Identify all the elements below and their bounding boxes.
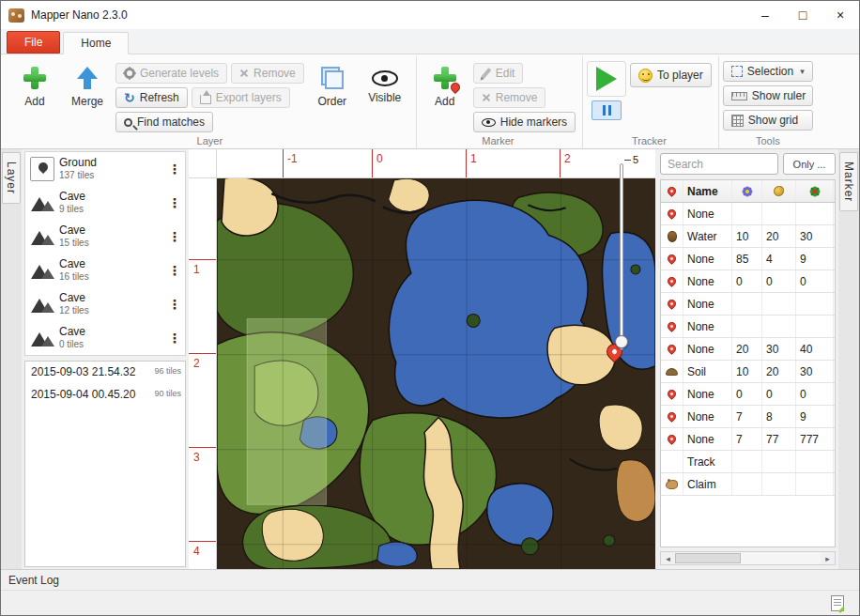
layer-menu-button[interactable]: ⋮ xyxy=(166,297,183,312)
find-matches-button[interactable]: Find matches xyxy=(115,112,213,132)
column-header-gold[interactable] xyxy=(762,180,796,202)
marker-value-3-cell xyxy=(796,473,834,495)
show-ruler-button[interactable]: Show ruler xyxy=(723,85,813,106)
marker-type-icon xyxy=(666,343,678,355)
marker-table-row[interactable]: None xyxy=(661,203,835,225)
marker-table-row[interactable]: Water 10 20 30 xyxy=(661,225,835,248)
zoom-slider-thumb[interactable] xyxy=(615,335,628,348)
layer-tile-count: 12 tiles xyxy=(59,305,89,316)
marker-value-2-cell: 20 xyxy=(762,225,796,247)
layer-list-item[interactable]: Cave 12 tiles ⋮ xyxy=(25,287,185,321)
layer-menu-button[interactable]: ⋮ xyxy=(166,263,183,278)
refresh-button[interactable]: ↻ Refresh xyxy=(115,87,188,108)
scrollbar-thumb[interactable] xyxy=(675,553,741,563)
ruler-icon xyxy=(731,92,747,100)
marker-table-row[interactable]: Claim xyxy=(661,473,835,496)
column-header-name[interactable]: Name xyxy=(683,180,732,202)
tools-group-label: Tools xyxy=(723,133,813,147)
marker-name-cell: None xyxy=(683,270,732,292)
marker-table-row[interactable]: None xyxy=(661,293,835,316)
layer-type-icon xyxy=(30,292,54,316)
layer-list-item[interactable]: Cave 0 tiles ⋮ xyxy=(25,321,185,355)
gear-icon xyxy=(124,68,135,79)
zoom-slider-track[interactable] xyxy=(620,163,623,350)
search-input[interactable] xyxy=(660,153,778,175)
hide-markers-button[interactable]: Hide markers xyxy=(473,112,576,132)
marker-type-icon xyxy=(666,320,678,332)
marker-type-icon xyxy=(666,410,678,423)
order-button[interactable]: Order xyxy=(308,58,357,111)
layer-tile-count: 137 tiles xyxy=(59,170,97,181)
column-header-marker[interactable] xyxy=(661,180,683,202)
layer-tile-count: 0 tiles xyxy=(59,339,85,350)
marker-panel-tab[interactable]: Marker xyxy=(839,152,858,211)
tab-file[interactable]: File xyxy=(7,31,60,54)
show-grid-button[interactable]: Show grid xyxy=(723,110,813,131)
ruler-y-label: 4 xyxy=(189,541,216,558)
only-filter-button[interactable]: Only ... xyxy=(783,153,836,175)
layer-name: Cave xyxy=(59,224,89,238)
scroll-left-button[interactable]: ◂ xyxy=(661,552,675,564)
layer-name: Cave xyxy=(59,326,85,339)
layer-list-item[interactable]: Cave 15 tiles ⋮ xyxy=(25,220,185,254)
marker-table-row[interactable]: None 7 8 9 xyxy=(661,406,835,428)
marker-table-row[interactable]: None 7 77 777 xyxy=(661,428,835,451)
layer-name: Cave xyxy=(59,258,89,271)
marker-table-row[interactable]: None 0 0 0 xyxy=(661,270,835,293)
layer-menu-button[interactable]: ⋮ xyxy=(166,229,183,244)
ruler-x-label: 1 xyxy=(466,149,477,177)
ribbon-tab-row: File Home xyxy=(1,29,859,54)
marker-value-1-cell: 10 xyxy=(732,361,762,382)
minimize-button[interactable]: – xyxy=(746,1,784,29)
selection-dropdown-button[interactable]: Selection ▾ xyxy=(723,61,813,82)
marker-table-row[interactable]: Soil 10 20 30 xyxy=(661,361,835,383)
layer-menu-button[interactable]: ⋮ xyxy=(166,162,183,177)
add-layer-button[interactable]: Add xyxy=(10,58,59,111)
marker-type-icon xyxy=(666,388,678,400)
marker-value-3-cell: 777 xyxy=(796,428,834,450)
add-marker-button[interactable]: Add xyxy=(421,58,469,111)
marker-value-2-cell: 8 xyxy=(762,406,796,427)
ribbon: Add Merge Generate levels Remove xyxy=(1,54,859,149)
order-layers-icon xyxy=(320,66,345,90)
pencil-icon xyxy=(481,68,491,79)
snapshot-list-item[interactable]: 2015-09-04 00.45.20 90 tiles xyxy=(25,384,185,407)
layer-list-item[interactable]: Ground 137 tiles ⋮ xyxy=(25,152,185,186)
marker-name-cell: Soil xyxy=(683,361,732,382)
layer-menu-button[interactable]: ⋮ xyxy=(166,331,183,346)
notes-icon[interactable] xyxy=(831,595,844,611)
scrollbar-track[interactable] xyxy=(675,552,821,564)
layer-list-item[interactable]: Cave 9 tiles ⋮ xyxy=(25,186,185,220)
map-area: -1012 1234 xyxy=(189,149,655,569)
left-dock-strip: Layer xyxy=(1,149,22,569)
merge-layers-button[interactable]: Merge xyxy=(63,58,112,111)
map-canvas[interactable] xyxy=(217,178,655,569)
event-log-bar[interactable]: Event Log xyxy=(1,569,859,590)
ruler-x-label: 0 xyxy=(372,149,383,177)
window-title: Mapper Nano 2.3.0 xyxy=(31,8,128,22)
to-player-button[interactable]: To player xyxy=(630,63,712,87)
close-button[interactable]: × xyxy=(822,1,859,29)
layer-list-item[interactable]: Cave 16 tiles ⋮ xyxy=(25,254,185,287)
marker-table-row[interactable]: None 20 30 40 xyxy=(661,338,835,361)
marker-table-row[interactable]: None xyxy=(661,316,835,338)
marker-type-icon xyxy=(666,208,678,220)
eye-icon xyxy=(372,70,398,86)
column-header-flower[interactable] xyxy=(732,180,762,202)
pause-tracker-button[interactable] xyxy=(591,100,622,120)
scroll-right-button[interactable]: ▸ xyxy=(821,552,835,564)
marker-table-row[interactable]: None 0 0 0 xyxy=(661,383,835,406)
marker-table-row[interactable]: Track xyxy=(661,451,835,473)
snapshot-list-item[interactable]: 2015-09-03 21.54.32 96 tiles xyxy=(25,362,185,384)
layer-menu-button[interactable]: ⋮ xyxy=(166,195,183,210)
magnifier-icon xyxy=(124,118,132,127)
visible-button[interactable]: Visible xyxy=(361,58,409,107)
column-header-plant[interactable] xyxy=(796,180,834,202)
tab-home[interactable]: Home xyxy=(63,32,129,54)
marker-table-row[interactable]: None 85 4 9 xyxy=(661,248,835,270)
play-tracker-button[interactable] xyxy=(587,61,626,97)
maximize-button[interactable]: □ xyxy=(784,1,822,29)
pin-badge-icon xyxy=(449,81,462,94)
marker-name-cell: None xyxy=(683,338,732,360)
layer-panel-tab[interactable]: Layer xyxy=(2,152,21,204)
